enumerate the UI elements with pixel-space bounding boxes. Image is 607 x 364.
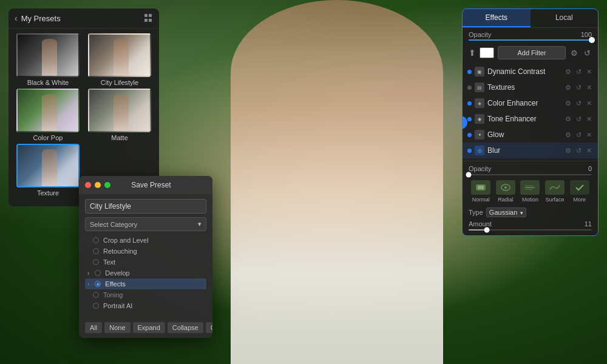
filter-dot-blur[interactable] — [467, 149, 472, 153]
blur-opacity-value: 0 — [588, 165, 592, 172]
settings-icon[interactable]: ⚙ — [569, 47, 579, 59]
upload-icon[interactable]: ⬆ — [469, 48, 476, 58]
cat-local-label: Local Adjustments — [103, 313, 157, 314]
cat-text[interactable]: Text — [85, 257, 206, 268]
undo-textures-icon[interactable]: ↺ — [574, 84, 583, 92]
filter-dot-color[interactable] — [467, 101, 472, 106]
filter-name-blur: Blur — [487, 146, 561, 155]
preset-bw[interactable]: ♡ Black & White — [13, 33, 83, 86]
preset-texture[interactable]: ♡ Texture — [13, 144, 83, 197]
blur-type-dropdown[interactable]: Gaussian ▾ — [486, 207, 527, 217]
cat-portrait[interactable]: Portrait AI — [85, 300, 206, 311]
cat-effects[interactable]: › Effects — [85, 278, 206, 289]
dialog-title: Save Preset — [114, 181, 188, 189]
dialog-footer: All None Expand Collapse Cancel Save — [79, 318, 212, 338]
cat-toning-radio[interactable] — [93, 292, 99, 298]
cat-develop-radio[interactable] — [95, 270, 101, 276]
blur-settings-section: Opacity 0 Normal Radial — [463, 161, 598, 235]
preset-matte[interactable]: Matte — [85, 89, 154, 141]
settings-filter-icon[interactable]: ⚙ — [564, 68, 572, 76]
settings-color-icon[interactable]: ⚙ — [564, 99, 572, 107]
category-list: Crop and Level Retouching Text › Develop… — [85, 235, 206, 314]
cat-portrait-radio[interactable] — [93, 303, 99, 309]
filter-dot-textures[interactable] — [467, 86, 472, 90]
close-glow-icon[interactable]: ✕ — [585, 131, 593, 139]
cat-effects-radio[interactable] — [95, 281, 101, 287]
filter-dot-glow[interactable] — [467, 133, 472, 137]
cat-retouching-radio[interactable] — [93, 248, 99, 254]
blur-amount-slider[interactable] — [469, 229, 592, 231]
cat-crop-radio[interactable] — [93, 237, 99, 243]
cat-retouching[interactable]: Retouching — [85, 246, 206, 257]
cancel-button[interactable]: Cancel — [206, 322, 212, 333]
undo-blur-icon[interactable]: ↺ — [574, 147, 583, 155]
filter-row-tone-enhancer: ◆ Tone Enhancer ⚙ ↺ ✕ — [463, 111, 598, 127]
blur-mode-motion[interactable]: Motion — [520, 180, 540, 203]
select-category-dropdown[interactable]: Select Category ▾ — [85, 217, 206, 231]
preset-colorpop[interactable]: Color Pop — [13, 89, 83, 141]
cat-text-radio[interactable] — [93, 259, 99, 265]
all-button[interactable]: All — [85, 322, 102, 333]
blur-mode-radial[interactable]: Radial — [496, 180, 515, 203]
filter-layers: ▣ Dynamic Contrast ⚙ ↺ ✕ ▤ Textures ⚙ ↺ … — [463, 62, 598, 160]
favorite-icon-2[interactable]: ♡ — [69, 147, 75, 156]
blur-mode-normal[interactable]: Normal — [471, 180, 490, 203]
filter-row-color-enhancer: ◈ Color Enhancer ⚙ ↺ ✕ — [463, 95, 598, 111]
blur-mode-more[interactable]: More — [570, 180, 589, 203]
preset-name-input[interactable] — [85, 199, 206, 214]
presets-back-area[interactable]: ‹ My Presets — [15, 13, 61, 23]
reset-icon[interactable]: ↺ — [583, 47, 592, 59]
traffic-light-yellow[interactable] — [95, 182, 101, 188]
cat-crop[interactable]: Crop and Level — [85, 235, 206, 246]
blur-amount-value: 11 — [585, 220, 592, 228]
favorite-icon[interactable]: ♡ — [69, 37, 75, 46]
cat-retouching-label: Retouching — [103, 248, 137, 255]
filter-dot-tone[interactable] — [467, 117, 472, 121]
filter-icon-color: ◈ — [475, 98, 484, 108]
traffic-light-green[interactable] — [104, 182, 110, 188]
svg-point-3 — [504, 186, 507, 189]
filter-name-glow: Glow — [487, 130, 561, 139]
settings-blur-icon[interactable]: ⚙ — [564, 147, 572, 155]
undo-glow-icon[interactable]: ↺ — [574, 131, 583, 139]
add-filter-button[interactable]: Add Filter — [498, 46, 566, 59]
cat-effects-label: Effects — [105, 280, 125, 288]
cat-local[interactable]: Local Adjustments — [85, 311, 206, 314]
preset-city[interactable]: City Lifestyle — [85, 33, 154, 86]
back-chevron-icon[interactable]: ‹ — [15, 13, 18, 23]
close-textures-icon[interactable]: ✕ — [585, 84, 593, 92]
close-color-icon[interactable]: ✕ — [585, 99, 593, 107]
tab-local[interactable]: Local — [531, 9, 599, 27]
blur-mode-surface[interactable]: Surface — [545, 180, 565, 203]
settings-textures-icon[interactable]: ⚙ — [564, 84, 572, 92]
tab-effects[interactable]: Effects — [463, 9, 531, 27]
filter-dot-dynamic[interactable] — [467, 70, 472, 74]
none-button[interactable]: None — [104, 322, 130, 333]
blur-opacity-label: Opacity — [469, 165, 491, 172]
close-tone-icon[interactable]: ✕ — [585, 115, 593, 123]
cat-develop[interactable]: › Develop — [85, 268, 206, 278]
filter-actions-blur: ⚙ ↺ ✕ — [564, 147, 593, 155]
traffic-light-red[interactable] — [85, 182, 91, 188]
opacity-slider[interactable] — [463, 39, 598, 44]
undo-tone-icon[interactable]: ↺ — [574, 115, 583, 123]
dialog-body: Select Category ▾ Crop and Level Retouch… — [79, 194, 212, 318]
blur-amount-label: Amount — [469, 220, 492, 228]
settings-glow-icon[interactable]: ⚙ — [564, 131, 572, 139]
cat-toning[interactable]: Toning — [85, 289, 206, 300]
preset-bw-label: Black & White — [27, 79, 69, 86]
undo-color-icon[interactable]: ↺ — [574, 99, 583, 107]
close-filter-icon[interactable]: ✕ — [585, 68, 593, 76]
add-filter-row: ⬆ Add Filter ⚙ ↺ — [463, 44, 598, 62]
presets-grid-toggle[interactable] — [144, 14, 153, 22]
close-blur-icon[interactable]: ✕ — [585, 147, 593, 155]
collapse-button[interactable]: Collapse — [168, 322, 203, 333]
expand-button[interactable]: Expand — [133, 322, 165, 333]
filter-name-tone-enhancer: Tone Enhancer — [487, 115, 561, 123]
filter-icon-blur: ◎ — [475, 146, 484, 155]
blur-opacity-slider[interactable] — [469, 174, 592, 175]
undo-filter-icon[interactable]: ↺ — [574, 68, 583, 76]
color-swatch[interactable] — [480, 47, 494, 58]
settings-tone-icon[interactable]: ⚙ — [564, 115, 572, 123]
blur-mode-surface-label: Surface — [546, 197, 565, 203]
